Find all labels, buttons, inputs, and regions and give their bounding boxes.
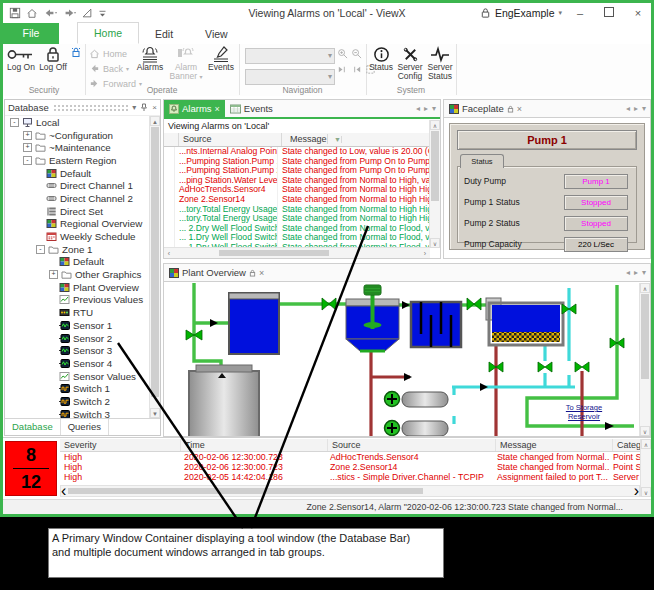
alarm-row[interactable]: ...Pumping Station.Pump 2State changed f… xyxy=(164,166,430,176)
close-tab-icon[interactable]: × xyxy=(215,104,220,114)
tree-item-sensor-4[interactable]: Sensor 4 xyxy=(5,357,160,370)
tab-view[interactable]: View xyxy=(189,24,244,44)
plant-vertical-scrollbar[interactable]: ∧ ∨ xyxy=(639,283,650,436)
customize-toolbar-icon[interactable] xyxy=(98,7,107,19)
tree-scrollbar[interactable]: ▲ ▼ xyxy=(149,116,160,418)
tab-scroll-left-icon[interactable]: ◂ xyxy=(626,104,630,113)
zoom-next-icon[interactable] xyxy=(351,64,362,75)
tab-scroll-right-icon[interactable]: ▸ xyxy=(424,104,428,113)
column-message[interactable]: Message ▼ xyxy=(282,133,430,146)
alarm-row[interactable]: ...Pumping Station.Pump 1State changed f… xyxy=(164,157,430,167)
plant-overview-mimic[interactable]: To Storage Reservoir xyxy=(164,283,640,436)
zoom-out-icon[interactable] xyxy=(351,48,362,59)
drag-grip[interactable] xyxy=(53,104,129,111)
logged-in-account[interactable]: EngExample ▾ xyxy=(480,7,562,19)
tree-item-eastern-region[interactable]: -Eastern Region xyxy=(5,154,160,167)
tab-alarms[interactable]: Alarms × xyxy=(164,100,225,117)
alarm-counts[interactable]: 8 12 xyxy=(5,441,57,496)
status-button[interactable]: Status xyxy=(368,46,394,72)
tree-item-sensor-2[interactable]: Sensor 2 xyxy=(5,332,160,345)
close-tab-icon[interactable]: × xyxy=(517,104,522,114)
banner-column-time[interactable]: Time xyxy=(181,439,328,451)
tree-item-direct-set[interactable]: Direct Set xyxy=(5,205,160,218)
tab-scroll-right-icon[interactable]: ▸ xyxy=(634,104,638,113)
tab-list-icon[interactable]: ▾ xyxy=(642,268,646,277)
scroll-down-icon[interactable]: ▼ xyxy=(150,408,160,418)
server-config-button[interactable]: ServerConfig xyxy=(395,46,425,81)
close-tab-icon[interactable]: × xyxy=(259,268,264,278)
faceplate-value-button[interactable]: 220 L/Sec xyxy=(564,237,628,252)
tree-item-other-graphics[interactable]: +Other Graphics xyxy=(5,268,160,281)
tab-scroll-right-icon[interactable]: ▸ xyxy=(634,268,638,277)
banner-alarm-row[interactable]: High2020-02-05 14:42:04.186...stics - Si… xyxy=(60,472,651,482)
tree-item-zone-1[interactable]: -Zone 1 xyxy=(5,243,160,256)
faceplate-value-button[interactable]: Pump 1 xyxy=(564,174,628,189)
zoom-in-icon[interactable] xyxy=(337,48,348,59)
banner-column-message[interactable]: Message xyxy=(496,439,613,451)
tree-item-default[interactable]: Default xyxy=(5,256,160,269)
collapse-icon[interactable]: - xyxy=(10,118,19,127)
tab-edit[interactable]: Edit xyxy=(139,24,189,44)
forward-icon[interactable] xyxy=(62,7,76,19)
tab-plant-overview[interactable]: Plant Overview × xyxy=(164,264,269,281)
tree-item-switch-1[interactable]: Switch 1 xyxy=(5,382,160,395)
faceplate-value-button[interactable]: Stopped xyxy=(564,216,628,231)
alarms-button[interactable]: Alarms xyxy=(133,46,167,72)
tree-item-configuration[interactable]: +~Configuration xyxy=(5,129,160,142)
banner-alarm-row[interactable]: High2020-02-06 12:30:00.723Zone 2.Sensor… xyxy=(60,462,651,472)
tree-item-direct-channel-1[interactable]: Direct Channel 1 xyxy=(5,179,160,192)
tab-faceplate[interactable]: Faceplate × xyxy=(444,100,527,117)
tree-item-sensor-1[interactable]: Sensor 1 xyxy=(5,319,160,332)
tree-item-sensor-3[interactable]: Sensor 3 xyxy=(5,344,160,357)
close-icon[interactable]: × xyxy=(152,103,157,113)
close-button[interactable]: × xyxy=(627,3,649,23)
faceplate-status-tab[interactable]: Status xyxy=(460,154,504,168)
alarm-row[interactable]: ... 2.Dry Well Flood SwitchState changed… xyxy=(164,224,430,234)
tree-item-weekly-schedule[interactable]: Weekly Schedule xyxy=(5,230,160,243)
tree-item-direct-channel-2[interactable]: Direct Channel 2 xyxy=(5,192,160,205)
navigation-combo-1[interactable] xyxy=(245,48,335,64)
tree-item-rtu[interactable]: RTU xyxy=(5,306,160,319)
collapse-icon[interactable]: - xyxy=(23,156,32,165)
tab-file[interactable]: File xyxy=(3,23,59,44)
alarm-row[interactable]: ...nts.Internal Analog PointState change… xyxy=(164,147,430,157)
tab-list-icon[interactable]: ▾ xyxy=(432,104,436,113)
alarm-row[interactable]: ...tory.Total Energy UsageState changed … xyxy=(164,205,430,215)
alarm-row[interactable]: Zone 2.Sensor14State changed from Normal… xyxy=(164,195,430,205)
log-on-button[interactable]: Log On xyxy=(5,46,37,72)
database-bar-tab-queries[interactable]: Queries xyxy=(61,419,109,435)
elevate-security-icon[interactable] xyxy=(70,46,82,58)
log-off-button[interactable]: Log Off xyxy=(37,46,69,72)
minimize-button[interactable]: – xyxy=(569,3,591,23)
home-icon[interactable] xyxy=(26,7,38,19)
scroll-up-icon[interactable]: ▲ xyxy=(150,116,160,126)
banner-column-severity[interactable]: Severity xyxy=(60,439,181,451)
alarm-horizontal-scrollbar[interactable]: ‹ › xyxy=(164,247,430,258)
navigation-combo-2[interactable] xyxy=(245,69,335,85)
banner-alarm-row[interactable]: High2020-02-06 12:30:00.723AdHocTrends.S… xyxy=(60,452,651,462)
database-bar-header[interactable]: Database ▾ × xyxy=(5,100,160,116)
pin-icon[interactable] xyxy=(140,103,148,112)
collapse-icon[interactable]: - xyxy=(36,245,45,254)
design-mode-icon[interactable] xyxy=(81,7,93,19)
save-icon[interactable] xyxy=(9,7,21,19)
column-source[interactable]: Source xyxy=(179,133,282,146)
banner-horizontal-scrollbar[interactable]: ‹ › xyxy=(60,485,640,497)
events-button[interactable]: Events xyxy=(205,46,237,72)
alarm-banner-button[interactable]: Alarm Banner ▾ xyxy=(167,46,205,81)
window-position-icon[interactable]: ▾ xyxy=(132,103,136,113)
tab-scroll-left-icon[interactable]: ◂ xyxy=(626,268,630,277)
alarm-row[interactable]: ... 1.Dry Well Flood SwitchState changed… xyxy=(164,233,430,243)
tree-item-local[interactable]: -Local xyxy=(5,116,160,129)
tree-item-switch-3[interactable]: Switch 3 xyxy=(5,408,160,418)
zoom-previous-icon[interactable] xyxy=(337,64,348,75)
tree-item-switch-2[interactable]: Switch 2 xyxy=(5,395,160,408)
tab-scroll-left-icon[interactable]: ◂ xyxy=(416,104,420,113)
tree-item-maintenance[interactable]: +~Maintenance xyxy=(5,141,160,154)
tree-item-regional-overview[interactable]: Regional Overview xyxy=(5,218,160,231)
account-dropdown-icon[interactable]: ▾ xyxy=(558,9,562,17)
tab-events[interactable]: Events xyxy=(225,100,278,117)
back-icon[interactable] xyxy=(43,7,57,19)
maximize-button[interactable] xyxy=(598,3,620,23)
tree-item-plant-overview[interactable]: Plant Overview xyxy=(5,281,160,294)
